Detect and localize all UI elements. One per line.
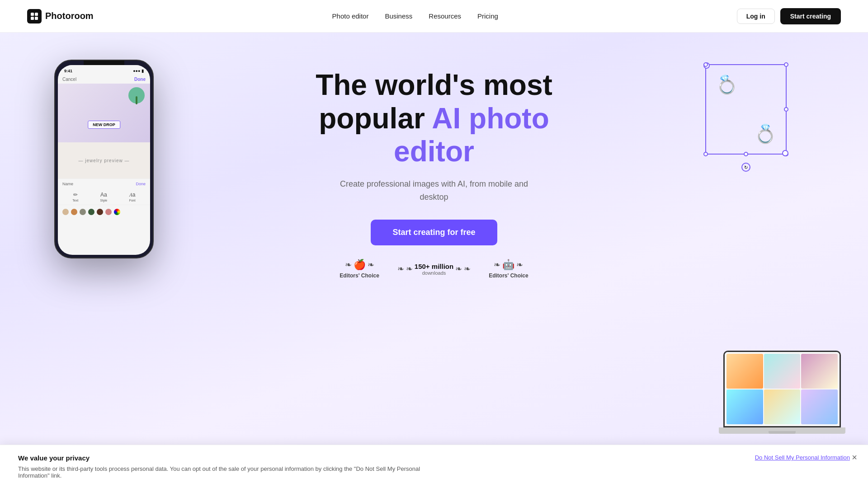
hero-content: The world's most popular AI photo editor… <box>316 33 552 245</box>
style-tool-icon: Aa <box>100 192 107 198</box>
laptop-cell-1 <box>726 354 763 389</box>
laptop-base <box>719 427 845 434</box>
phone-icons: ●●● ▮ <box>133 69 144 73</box>
downloads-number: 150+ million <box>415 263 453 270</box>
color-rainbow[interactable] <box>114 209 120 215</box>
laptop-body <box>723 351 841 434</box>
nav-links: Photo editor Business Resources Pricing <box>332 12 498 20</box>
nav-actions: Log in Start creating <box>737 8 841 24</box>
svg-rect-1 <box>35 13 38 16</box>
laurel-right-apple: ❧ <box>368 260 374 270</box>
earrings-frame: 💍 💍 ↻ <box>705 64 787 155</box>
frame-corner-mid-r <box>784 107 788 112</box>
text-tool-icon: ✏ <box>73 192 78 198</box>
phone-body: 9:41 ●●● ▮ Cancel Done NEW DROP — jewelr… <box>54 60 154 258</box>
android-badge: ❧ 🤖 ❧ Editors' Choice <box>489 259 528 279</box>
logo-icon <box>27 9 42 23</box>
phone-tools: ✏ Text Aa Style 𝐴a Font <box>58 189 150 205</box>
phone-colors <box>58 205 150 219</box>
nav-resources[interactable]: Resources <box>429 12 461 20</box>
frame-corner-mid-b <box>744 152 748 156</box>
color-beige[interactable] <box>62 209 69 215</box>
privacy-body-text: This website or its third-party tools pr… <box>18 465 420 479</box>
hero-headline: The world's most popular AI photo editor <box>316 69 552 169</box>
privacy-inner: We value your privacy This website or it… <box>18 454 850 479</box>
earring-1: 💍 <box>713 71 740 98</box>
laurel-right-dl2: ❧ <box>464 264 471 274</box>
nav-photo-editor[interactable]: Photo editor <box>332 12 369 20</box>
logo-text: Photoroom <box>45 11 94 21</box>
phone-status-bar: 9:41 ●●● ▮ <box>58 65 150 75</box>
laptop-cell-4 <box>726 389 763 424</box>
color-pink[interactable] <box>105 209 112 215</box>
rotate-indicator: ↻ <box>741 163 750 172</box>
android-icon: 🤖 <box>502 259 514 271</box>
phone-time: 9:41 <box>64 69 72 73</box>
phone-screen: 9:41 ●●● ▮ Cancel Done NEW DROP — jewelr… <box>58 65 150 255</box>
phone-tool-font[interactable]: 𝐴a Font <box>129 192 136 202</box>
apple-badge-label: Editors' Choice <box>340 272 379 279</box>
laptop-screen-inner <box>725 352 840 426</box>
privacy-link[interactable]: Do Not Sell My Personal Information <box>755 454 850 461</box>
privacy-close-button[interactable]: × <box>852 452 857 463</box>
phone-tool-text-label: Text <box>72 199 78 202</box>
privacy-text: This website or its third-party tools pr… <box>18 465 425 479</box>
phone-cancel[interactable]: Cancel <box>62 77 76 82</box>
privacy-banner: We value your privacy This website or it… <box>0 445 868 488</box>
frame-corner-tr <box>784 62 788 67</box>
color-dark-green[interactable] <box>88 209 94 215</box>
apple-icon: 🍎 <box>354 259 366 271</box>
phone-mockup: 9:41 ●●● ▮ Cancel Done NEW DROP — jewelr… <box>54 60 154 258</box>
laurel-left-apple: ❧ <box>345 260 352 270</box>
laptop-mockup <box>723 351 841 434</box>
laptop-cell-6 <box>801 389 838 424</box>
laurel-left-dl2: ❧ <box>406 264 413 274</box>
earrings-mockup: 💍 💍 ↻ <box>705 64 787 155</box>
hero-subtext: Create professional images with AI, from… <box>340 178 528 204</box>
headline-line3: editor <box>394 135 474 168</box>
frame-corner-tl <box>703 62 708 67</box>
color-brown[interactable] <box>71 209 77 215</box>
start-creating-button[interactable]: Start creating <box>780 8 841 24</box>
color-dark-brown[interactable] <box>97 209 103 215</box>
privacy-actions: Do Not Sell My Personal Information <box>755 454 850 461</box>
downloads-badge: ❧ ❧ 150+ million downloads ❧ ❧ <box>397 263 471 276</box>
phone-jewelry-area: — jewelry preview — <box>58 142 150 178</box>
phone-product-text: NEW DROP <box>88 121 120 129</box>
laurel-left-android: ❧ <box>494 260 500 270</box>
navbar: Photoroom Photo editor Business Resource… <box>0 0 868 33</box>
privacy-title: We value your privacy <box>18 454 425 462</box>
svg-rect-0 <box>31 13 34 16</box>
font-tool-icon: 𝐴a <box>129 192 136 198</box>
laptop-cell-2 <box>764 354 801 389</box>
phone-image-area: NEW DROP <box>58 84 150 142</box>
badges-row: ❧ 🍎 ❧ Editors' Choice ❧ ❧ 150+ million d… <box>0 245 868 283</box>
phone-tool-style[interactable]: Aa Style <box>100 192 108 202</box>
frame-corner-br <box>784 152 788 156</box>
apple-badge: ❧ 🍎 ❧ Editors' Choice <box>340 259 379 279</box>
phone-done-name[interactable]: Done <box>136 182 146 186</box>
nav-pricing[interactable]: Pricing <box>477 12 498 20</box>
downloads-sub: downloads <box>415 270 453 276</box>
cta-button[interactable]: Start creating for free <box>371 220 497 245</box>
headline-ai: AI photo <box>432 102 549 135</box>
phone-done-top[interactable]: Done <box>134 77 146 82</box>
login-button[interactable]: Log in <box>737 9 775 24</box>
phone-top-bar: Cancel Done <box>58 75 150 84</box>
phone-name-bar: Name Done <box>58 178 150 189</box>
color-gray[interactable] <box>80 209 86 215</box>
laurel-left-dl: ❧ <box>397 264 404 274</box>
phone-tool-font-label: Font <box>129 199 136 202</box>
phone-tool-text[interactable]: ✏ Text <box>72 192 78 202</box>
phone-name-label: Name <box>62 182 73 186</box>
nav-business[interactable]: Business <box>385 12 412 20</box>
headline-line1: The world's most <box>316 69 552 101</box>
downloads-text-group: 150+ million downloads <box>415 263 453 276</box>
phone-tool-style-label: Style <box>100 199 108 202</box>
svg-rect-3 <box>35 17 38 20</box>
logo-link[interactable]: Photoroom <box>27 9 94 23</box>
laptop-cell-5 <box>764 389 801 424</box>
apple-laurel-group: ❧ 🍎 ❧ <box>345 259 374 271</box>
laptop-screen <box>723 351 841 427</box>
svg-rect-2 <box>31 17 34 20</box>
